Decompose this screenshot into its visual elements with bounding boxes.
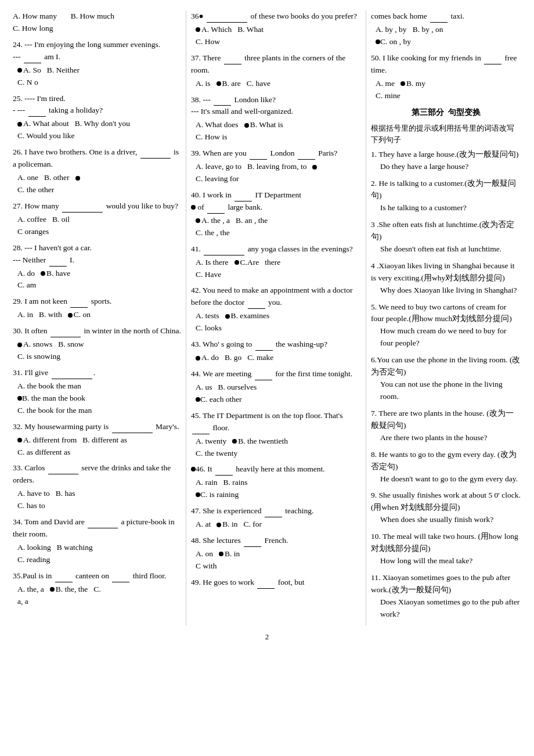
q31-bullet-b xyxy=(17,396,22,401)
q50-text: 50. I like cooking for my friends in fre… xyxy=(371,52,521,77)
tq5-answer: How much cream do we need to buy for fou… xyxy=(371,325,521,350)
q30-opt-row1: A. snows B. snow xyxy=(17,339,181,351)
q29-opt-row1: A. in B. with C. on xyxy=(17,309,181,321)
tq1-question: 1. They have a large house.(改为一般疑问句) xyxy=(371,149,521,161)
q49-cont: comes back home taxi. A. by , by B. by ,… xyxy=(371,10,521,48)
q29-blank xyxy=(70,307,88,308)
q46-opt-c: C. is raining xyxy=(196,489,361,501)
q24-opt-b: B. Neither xyxy=(47,64,80,77)
q28-opt-row1: A. do B. have xyxy=(17,268,181,280)
q31-opt-a: A. the book the man xyxy=(17,380,181,393)
q46-opt-row1: A. rain B. rains xyxy=(196,477,361,489)
q24-text: 24. --- I'm enjoying the long summer eve… xyxy=(13,39,181,51)
q41: 41. any yoga classes in the evenings? A.… xyxy=(191,243,361,281)
tq2-answer: Is he talking to a customer? xyxy=(371,202,521,214)
tq8-answer: He doesn't want to go to the gym every d… xyxy=(371,473,521,485)
main-page: A. How many B. How much C. How long 24. … xyxy=(13,10,521,625)
q47-blank xyxy=(265,517,282,517)
q27-blank xyxy=(62,212,103,213)
q50: 50. I like cooking for my friends in fre… xyxy=(371,52,521,102)
q24-opt-row1: A. So B. Neither xyxy=(17,64,181,77)
q45-opt-b: B. the twentieth xyxy=(232,435,288,448)
tq10-question: 10. The meal will take two hours. (用how … xyxy=(371,531,521,555)
q45-opt-c: C. the twenty xyxy=(196,448,361,460)
q27: 27. How many would you like to buy? A. c… xyxy=(13,200,181,238)
q49-blank2 xyxy=(430,22,448,23)
q39-bullet xyxy=(312,165,317,170)
q40-options: A. the , a B. an , the C. the , the xyxy=(191,215,361,239)
q40-text2: of large bank. xyxy=(191,201,361,214)
tq7: 7. There are two plants in the house. (改… xyxy=(371,408,521,444)
q32-opt-row1: A. different from B. different as xyxy=(17,434,181,447)
q30-blank xyxy=(50,337,81,337)
tq3: 3 .She often eats fish at lunchtime.(改为否… xyxy=(371,219,521,255)
q28-blank xyxy=(49,266,67,267)
q44-opt-row1: A. us B. ourselves xyxy=(196,381,361,394)
q47-bullet-b xyxy=(217,523,221,527)
q43-opt-b: B. go xyxy=(225,352,241,364)
q48-opt-c: C with xyxy=(196,560,361,573)
q40-opt-a: A. the , a xyxy=(196,215,230,227)
q49-blank xyxy=(257,588,275,589)
q36-opt-row1: A. Which B. What xyxy=(196,24,361,36)
q46: 46. It heavily here at this moment. A. r… xyxy=(191,463,361,501)
q32-opt-b: B. different as xyxy=(82,434,127,447)
q45-bullet-b xyxy=(232,439,237,444)
q35: 35.Paul is in canteen on third floor. A.… xyxy=(13,570,181,608)
q49-opt-c: C. on , by xyxy=(376,36,521,48)
tq5-question: 5. We need to buy two cartons of cream f… xyxy=(371,301,521,326)
q46-options: A. rain B. rains C. is raining xyxy=(191,477,361,501)
q40-opt-b: B. an , the xyxy=(236,215,268,227)
q38-bullet-b xyxy=(244,123,249,128)
q46-opt-a: A. rain xyxy=(196,477,218,489)
q29: 29. I am not keen sports. A. in B. with … xyxy=(13,296,181,321)
q48-blank xyxy=(244,546,261,547)
q43-opt-a: A. do xyxy=(196,352,219,364)
q39-dot xyxy=(312,165,317,170)
left-column: A. How many B. How much C. How long 24. … xyxy=(13,10,186,625)
q50-opt-a: A. me xyxy=(376,78,395,90)
q47-text: 47. She is experienced teaching. xyxy=(191,505,361,517)
q30-opt-a: A. snows xyxy=(17,339,52,351)
q29-opt-c: C. on xyxy=(68,309,91,321)
q39-opt-b: B. leaving from, to xyxy=(247,161,306,173)
q48-bullet-b xyxy=(219,552,223,556)
q32-opt-c: C. as different as xyxy=(17,447,181,459)
q39-opt-row1: A. leave, go to B. leaving from, to xyxy=(196,161,361,173)
q24: 24. --- I'm enjoying the long summer eve… xyxy=(13,39,181,89)
q50-bullet-b xyxy=(400,81,405,86)
q43-bullet-a xyxy=(196,356,200,361)
q39-text: 39. When are you London Paris? xyxy=(191,147,361,160)
q41-options: A. Is there C.Are there C. Have xyxy=(191,257,361,281)
q29-text: 29. I am not keen sports. xyxy=(13,296,181,308)
q47-opt-row1: A. at B. in C. for xyxy=(196,519,361,531)
q30-text: 30. It often in winter in the north of C… xyxy=(13,325,181,337)
q26-opt-row1: A. one B. other xyxy=(17,172,181,184)
q42-text: 42. You need to make an appointment with… xyxy=(191,285,361,309)
q38-options: A. What does B. What is C. How is xyxy=(191,119,361,143)
q28-opt-a: A. do xyxy=(17,268,35,280)
q26-dot xyxy=(75,176,80,181)
q39-opt-c: C. leaving for xyxy=(196,173,361,185)
q45-text: 45. The IT Department is on the top floo… xyxy=(191,410,361,434)
q35-opt-a: A. the, a xyxy=(17,584,44,596)
q34-text: 34. Tom and David are a picture-book in … xyxy=(13,516,181,541)
q37-options: A. is B. are C. have xyxy=(191,78,361,90)
q50-opt-c: C. mine xyxy=(376,90,521,102)
q24-opt-c: C. N o xyxy=(17,77,181,89)
q36-blank xyxy=(207,22,247,23)
q31-opt-b: B. the man the book xyxy=(17,393,181,405)
q40: 40. I work in IT Department of large ban… xyxy=(191,189,361,239)
q26-text: 26. I have two brothers. One is a driver… xyxy=(13,146,181,171)
q38-text: 38. --- London like? xyxy=(191,94,361,106)
q45-options: A. twenty B. the twentieth C. the twenty xyxy=(191,435,361,460)
q42-opt-a: A. tests xyxy=(196,310,219,322)
q33-opt-c: C. has to xyxy=(17,500,181,512)
q27-text: 27. How many would you like to buy? xyxy=(13,200,181,213)
tq11-question: 11. Xiaoyan sometimes goes to the pub af… xyxy=(371,572,521,596)
tq8-question: 8. He wants to go to the gym every day. … xyxy=(371,449,521,473)
q43-opt-c: C. make xyxy=(247,352,273,364)
tq7-answer: Are there two plants in the house? xyxy=(371,432,521,444)
q29-opt-a: A. in xyxy=(17,309,33,321)
q35-text: 35.Paul is in canteen on third floor. xyxy=(13,570,181,582)
